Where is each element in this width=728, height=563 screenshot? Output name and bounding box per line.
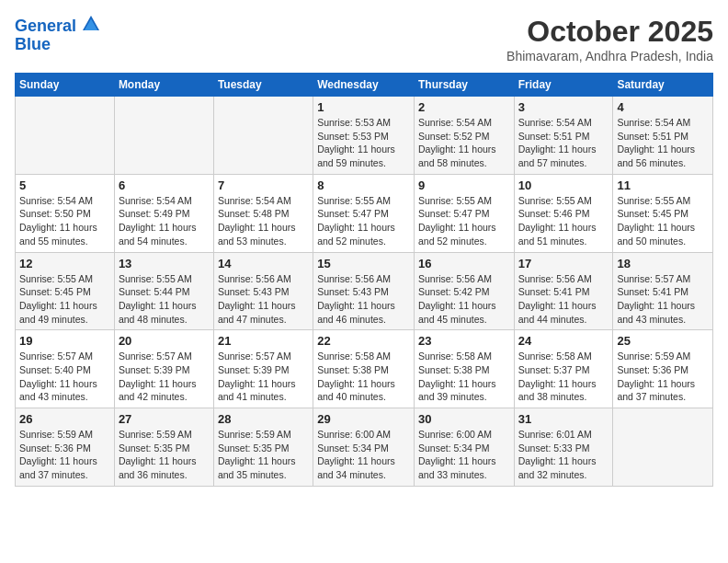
day-number: 3	[518, 100, 609, 114]
day-info: Sunrise: 5:59 AM Sunset: 5:35 PM Dayligh…	[119, 428, 210, 482]
calendar-table: SundayMondayTuesdayWednesdayThursdayFrid…	[15, 73, 713, 487]
calendar-cell: 6Sunrise: 5:54 AM Sunset: 5:49 PM Daylig…	[114, 174, 213, 252]
calendar-cell: 23Sunrise: 5:58 AM Sunset: 5:38 PM Dayli…	[414, 330, 514, 408]
calendar-week-4: 19Sunrise: 5:57 AM Sunset: 5:40 PM Dayli…	[16, 330, 713, 408]
calendar-week-1: 1Sunrise: 5:53 AM Sunset: 5:53 PM Daylig…	[16, 97, 713, 175]
calendar-cell	[213, 97, 313, 175]
calendar-cell: 16Sunrise: 5:56 AM Sunset: 5:42 PM Dayli…	[414, 252, 514, 330]
day-number: 16	[418, 257, 510, 270]
calendar-cell: 31Sunrise: 6:01 AM Sunset: 5:33 PM Dayli…	[514, 408, 613, 487]
day-number: 28	[218, 412, 309, 426]
day-info: Sunrise: 5:56 AM Sunset: 5:42 PM Dayligh…	[418, 272, 510, 327]
calendar-cell: 5Sunrise: 5:54 AM Sunset: 5:50 PM Daylig…	[16, 174, 115, 252]
day-number: 26	[19, 412, 110, 426]
location: Bhimavaram, Andhra Pradesh, India	[506, 49, 713, 63]
day-number: 6	[119, 178, 210, 192]
logo: General Blue	[15, 15, 99, 54]
day-info: Sunrise: 5:54 AM Sunset: 5:48 PM Dayligh…	[218, 194, 309, 248]
weekday-header-saturday: Saturday	[613, 74, 713, 97]
calendar-cell: 22Sunrise: 5:58 AM Sunset: 5:38 PM Dayli…	[313, 330, 415, 408]
calendar-cell: 25Sunrise: 5:59 AM Sunset: 5:36 PM Dayli…	[613, 330, 713, 408]
day-number: 23	[418, 334, 510, 348]
day-info: Sunrise: 5:55 AM Sunset: 5:46 PM Dayligh…	[518, 194, 609, 248]
day-number: 8	[317, 178, 410, 192]
day-info: Sunrise: 5:56 AM Sunset: 5:43 PM Dayligh…	[218, 272, 309, 327]
day-info: Sunrise: 5:58 AM Sunset: 5:37 PM Dayligh…	[518, 350, 609, 404]
calendar-cell: 1Sunrise: 5:53 AM Sunset: 5:53 PM Daylig…	[313, 97, 415, 175]
day-number: 10	[518, 178, 609, 192]
calendar-cell: 26Sunrise: 5:59 AM Sunset: 5:36 PM Dayli…	[16, 408, 115, 487]
day-number: 17	[518, 257, 609, 270]
day-info: Sunrise: 6:00 AM Sunset: 5:34 PM Dayligh…	[317, 428, 410, 482]
calendar-cell: 12Sunrise: 5:55 AM Sunset: 5:45 PM Dayli…	[16, 252, 115, 330]
day-number: 24	[518, 334, 609, 348]
calendar-header: SundayMondayTuesdayWednesdayThursdayFrid…	[16, 74, 713, 97]
day-info: Sunrise: 5:56 AM Sunset: 5:43 PM Dayligh…	[317, 272, 410, 327]
day-number: 14	[218, 257, 309, 270]
day-info: Sunrise: 6:00 AM Sunset: 5:34 PM Dayligh…	[418, 428, 510, 482]
calendar-cell: 30Sunrise: 6:00 AM Sunset: 5:34 PM Dayli…	[414, 408, 514, 487]
calendar-cell: 7Sunrise: 5:54 AM Sunset: 5:48 PM Daylig…	[213, 174, 313, 252]
day-info: Sunrise: 5:57 AM Sunset: 5:39 PM Dayligh…	[119, 350, 210, 404]
calendar-week-5: 26Sunrise: 5:59 AM Sunset: 5:36 PM Dayli…	[16, 408, 713, 487]
day-number: 12	[19, 257, 110, 270]
calendar-cell	[16, 97, 115, 175]
day-info: Sunrise: 5:54 AM Sunset: 5:50 PM Dayligh…	[19, 194, 110, 248]
day-number: 5	[19, 178, 110, 192]
weekday-header-sunday: Sunday	[16, 74, 115, 97]
day-number: 9	[418, 178, 510, 192]
calendar-cell: 15Sunrise: 5:56 AM Sunset: 5:43 PM Dayli…	[313, 252, 415, 330]
calendar-cell: 17Sunrise: 5:56 AM Sunset: 5:41 PM Dayli…	[514, 252, 613, 330]
calendar-cell: 14Sunrise: 5:56 AM Sunset: 5:43 PM Dayli…	[213, 252, 313, 330]
weekday-header-friday: Friday	[514, 74, 613, 97]
calendar-cell: 9Sunrise: 5:55 AM Sunset: 5:47 PM Daylig…	[414, 174, 514, 252]
weekday-header-wednesday: Wednesday	[313, 74, 415, 97]
day-number: 20	[119, 334, 210, 348]
day-info: Sunrise: 5:55 AM Sunset: 5:45 PM Dayligh…	[19, 272, 110, 327]
day-info: Sunrise: 5:59 AM Sunset: 5:36 PM Dayligh…	[617, 350, 709, 404]
day-info: Sunrise: 5:53 AM Sunset: 5:53 PM Dayligh…	[317, 116, 410, 170]
calendar-cell: 13Sunrise: 5:55 AM Sunset: 5:44 PM Dayli…	[114, 252, 213, 330]
day-info: Sunrise: 5:55 AM Sunset: 5:44 PM Dayligh…	[119, 272, 210, 327]
calendar-cell: 21Sunrise: 5:57 AM Sunset: 5:39 PM Dayli…	[213, 330, 313, 408]
day-info: Sunrise: 5:57 AM Sunset: 5:40 PM Dayligh…	[19, 350, 110, 404]
calendar-cell: 11Sunrise: 5:55 AM Sunset: 5:45 PM Dayli…	[613, 174, 713, 252]
day-number: 29	[317, 412, 410, 426]
day-number: 18	[617, 257, 709, 270]
day-number: 7	[218, 178, 309, 192]
title-block: October 2025 Bhimavaram, Andhra Pradesh,…	[506, 15, 713, 63]
calendar-cell: 24Sunrise: 5:58 AM Sunset: 5:37 PM Dayli…	[514, 330, 613, 408]
weekday-header-tuesday: Tuesday	[213, 74, 313, 97]
day-info: Sunrise: 5:54 AM Sunset: 5:49 PM Dayligh…	[119, 194, 210, 248]
calendar-body: 1Sunrise: 5:53 AM Sunset: 5:53 PM Daylig…	[16, 97, 713, 487]
day-info: Sunrise: 5:57 AM Sunset: 5:41 PM Dayligh…	[617, 272, 709, 327]
day-number: 22	[317, 334, 410, 348]
day-number: 25	[617, 334, 709, 348]
day-info: Sunrise: 5:57 AM Sunset: 5:39 PM Dayligh…	[218, 350, 309, 404]
day-info: Sunrise: 5:54 AM Sunset: 5:51 PM Dayligh…	[617, 116, 709, 170]
month-title: October 2025	[506, 15, 713, 49]
calendar-cell: 28Sunrise: 5:59 AM Sunset: 5:35 PM Dayli…	[213, 408, 313, 487]
logo-blue: Blue	[15, 36, 99, 54]
day-info: Sunrise: 5:55 AM Sunset: 5:47 PM Dayligh…	[317, 194, 410, 248]
day-info: Sunrise: 5:59 AM Sunset: 5:35 PM Dayligh…	[218, 428, 309, 482]
weekday-row: SundayMondayTuesdayWednesdayThursdayFrid…	[16, 74, 713, 97]
calendar-cell: 4Sunrise: 5:54 AM Sunset: 5:51 PM Daylig…	[613, 97, 713, 175]
weekday-header-monday: Monday	[114, 74, 213, 97]
calendar-cell: 19Sunrise: 5:57 AM Sunset: 5:40 PM Dayli…	[16, 330, 115, 408]
day-number: 31	[518, 412, 609, 426]
day-info: Sunrise: 5:59 AM Sunset: 5:36 PM Dayligh…	[19, 428, 110, 482]
day-number: 27	[119, 412, 210, 426]
weekday-header-thursday: Thursday	[414, 74, 514, 97]
day-number: 21	[218, 334, 309, 348]
calendar-cell	[114, 97, 213, 175]
calendar-cell: 8Sunrise: 5:55 AM Sunset: 5:47 PM Daylig…	[313, 174, 415, 252]
day-number: 4	[617, 100, 709, 114]
day-number: 11	[617, 178, 709, 192]
calendar-week-2: 5Sunrise: 5:54 AM Sunset: 5:50 PM Daylig…	[16, 174, 713, 252]
calendar-cell: 20Sunrise: 5:57 AM Sunset: 5:39 PM Dayli…	[114, 330, 213, 408]
day-info: Sunrise: 5:54 AM Sunset: 5:52 PM Dayligh…	[418, 116, 510, 170]
page-header: General Blue October 2025 Bhimavaram, An…	[15, 15, 713, 63]
calendar-cell	[613, 408, 713, 487]
day-number: 13	[119, 257, 210, 270]
